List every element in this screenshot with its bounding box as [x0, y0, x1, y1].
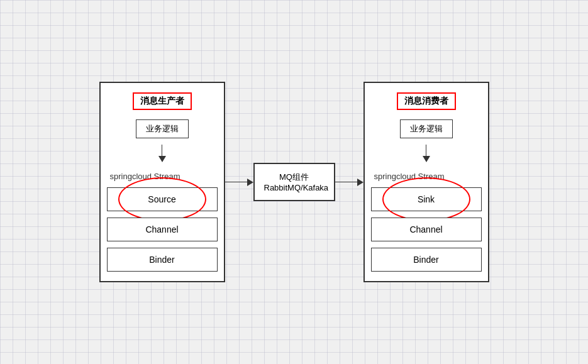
consumer-channel-label: Channel	[409, 224, 442, 234]
producer-channel-box: Channel	[107, 218, 218, 241]
sink-label: Sink	[418, 194, 435, 204]
consumer-sink-box: Sink	[371, 187, 482, 211]
consumer-box: 消息消费者 业务逻辑 springcloud Stream Sink Chann…	[363, 82, 489, 282]
producer-stream-label: springcloud Stream	[110, 172, 180, 181]
consumer-channel-box: Channel	[371, 218, 482, 241]
producer-binder-label: Binder	[149, 255, 174, 265]
mq-box: MQ组件 RabbitMQ/Kafaka	[253, 163, 335, 201]
producer-title: 消息生产者	[133, 92, 192, 110]
arrow-logic-to-stream	[158, 145, 166, 162]
producer-source-box: Source	[107, 187, 218, 211]
producer-box: 消息生产者 业务逻辑 springcloud Stream Source Cha…	[99, 82, 225, 282]
mq-line1: MQ组件	[264, 172, 325, 183]
consumer-binder-box: Binder	[371, 248, 482, 272]
full-diagram: 消息生产者 业务逻辑 springcloud Stream Source Cha…	[99, 82, 489, 282]
source-label: Source	[148, 194, 175, 204]
producer-binder-box: Binder	[107, 248, 218, 272]
arrow-mq-to-consumer	[335, 179, 363, 186]
arrow-producer-to-mq	[225, 179, 253, 186]
producer-logic: 业务逻辑	[136, 119, 189, 138]
consumer-binder-label: Binder	[413, 255, 438, 265]
consumer-logic: 业务逻辑	[400, 119, 453, 138]
producer-channel-label: Channel	[145, 224, 178, 234]
arrow-consumer-logic-to-stream	[423, 145, 430, 162]
mq-line2: RabbitMQ/Kafaka	[264, 183, 325, 192]
consumer-title: 消息消费者	[397, 92, 456, 110]
consumer-stream-label: springcloud Stream	[374, 172, 445, 181]
